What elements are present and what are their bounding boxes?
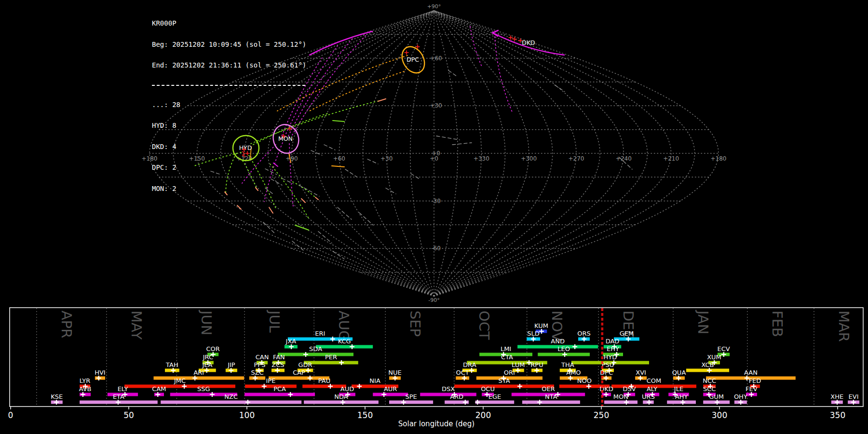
shower-label-SLD: SLD bbox=[527, 330, 540, 337]
shower-label-DAD: DAD bbox=[606, 338, 620, 345]
shower-label-GEM: GEM bbox=[620, 330, 634, 337]
shower-label-JIP: JIP bbox=[227, 361, 235, 368]
shower-label-LUM: LUM bbox=[512, 361, 525, 368]
shower-label-NCC: NCC bbox=[703, 377, 716, 384]
meteor-trail bbox=[470, 27, 482, 68]
count-hyd: HYD: 8 bbox=[152, 122, 306, 129]
shower-label-JXA: JXA bbox=[285, 338, 297, 345]
map-dec-label: -60 bbox=[431, 245, 441, 252]
x-axis-title: Solar longitude (deg) bbox=[398, 420, 475, 428]
shower-label-SSG: SSG bbox=[197, 385, 210, 393]
meteor-trail bbox=[263, 222, 275, 233]
month-label-JUL: JUL bbox=[266, 310, 283, 333]
shower-label-CAM: CAM bbox=[152, 385, 166, 393]
shower-bar-JMC bbox=[124, 385, 235, 388]
shower-label-OCT: OCT bbox=[456, 369, 469, 376]
shower-label-ETA: ETA bbox=[113, 393, 124, 400]
month-label-AUG: AUG bbox=[336, 311, 352, 341]
radiant-label-DKD: DKD bbox=[522, 39, 535, 46]
shower-bar-KCG bbox=[316, 345, 373, 349]
meteor-trail bbox=[295, 225, 309, 230]
map-ra-label: +180 bbox=[711, 155, 727, 162]
map-ra-label: +60 bbox=[333, 155, 345, 162]
month-label-JAN: JAN bbox=[695, 310, 711, 335]
shower-label-JEA: JEA bbox=[202, 361, 212, 368]
shower-bar-SPE bbox=[389, 401, 433, 404]
shower-label-JLE: JLE bbox=[674, 385, 683, 393]
month-label-FEB: FEB bbox=[769, 311, 786, 337]
shower-label-PPS: PPS bbox=[254, 361, 265, 368]
shower-label-XVI: XVI bbox=[636, 369, 646, 376]
shower-bar-PAU bbox=[302, 385, 346, 388]
shower-bar-STA bbox=[454, 385, 554, 388]
map-ra-label: +330 bbox=[474, 155, 489, 162]
meteor-trail bbox=[367, 159, 378, 164]
meteor-trail bbox=[386, 188, 396, 194]
shower-label-NZC: NZC bbox=[224, 393, 238, 400]
map-dec-label: +30 bbox=[430, 102, 442, 109]
shower-label-LYR: LYR bbox=[80, 377, 91, 384]
shower-label-XUM: XUM bbox=[707, 353, 721, 361]
shower-label-CAN: CAN bbox=[256, 353, 269, 361]
shower-label-AUR: AUR bbox=[384, 385, 397, 393]
shower-label-ELY: ELY bbox=[118, 385, 128, 393]
shower-bar-EGE bbox=[475, 401, 514, 404]
obs-begin-line: Beg: 20251202 10:09:45 (sol = 250.12°) bbox=[152, 41, 306, 48]
x-axis-tick-label: 300 bbox=[712, 410, 727, 420]
map-ra-label: +210 bbox=[663, 155, 679, 162]
shower-label-KUM: KUM bbox=[534, 322, 548, 329]
x-axis-tick-label: 350 bbox=[830, 410, 845, 420]
radiant-label-DPC: DPC bbox=[407, 56, 419, 63]
shower-bar-DSX bbox=[420, 393, 476, 396]
month-label-OCT: OCT bbox=[476, 311, 492, 340]
shower-label-PER: PER bbox=[325, 353, 337, 361]
meteor-trail bbox=[324, 145, 335, 150]
shower-bar-AUR bbox=[373, 393, 408, 396]
shower-label-EVI: EVI bbox=[849, 393, 859, 400]
map-dec-label: -30 bbox=[431, 198, 441, 204]
shower-label-QUA: QUA bbox=[672, 369, 686, 376]
shower-label-HVI: HVI bbox=[95, 369, 106, 376]
meteor-trail bbox=[301, 199, 305, 203]
shower-label-PAU: PAU bbox=[318, 377, 330, 384]
meteor-trail bbox=[332, 166, 344, 167]
x-axis-tick-label: 0 bbox=[8, 410, 14, 420]
x-axis-tick-label: 50 bbox=[123, 410, 134, 420]
shower-label-NIA: NIA bbox=[369, 377, 380, 384]
shower-label-PCA: PCA bbox=[273, 385, 286, 393]
shower-label-XHE: XHE bbox=[830, 393, 843, 400]
shower-label-ECV: ECV bbox=[717, 345, 730, 353]
month-label-MAY: MAY bbox=[128, 311, 145, 340]
shower-label-OCU: OCU bbox=[481, 385, 495, 393]
shower-label-IPE: IPE bbox=[266, 377, 276, 384]
meteor-trail bbox=[338, 207, 352, 219]
trail-arrowhead bbox=[492, 30, 498, 36]
shower-label-CAP: CAP bbox=[293, 369, 305, 376]
shower-bar-NZC bbox=[161, 401, 301, 404]
shower-label-ARD: ARD bbox=[450, 393, 463, 400]
count-dpc: DPC: 2 bbox=[152, 164, 306, 171]
shower-label-ORS: ORS bbox=[577, 330, 591, 337]
shower-label-AAN: AAN bbox=[744, 369, 758, 376]
meteor-trail bbox=[318, 231, 332, 243]
count-sporadic: ...: 28 bbox=[152, 101, 306, 108]
radiant-report-page: { "station": { "code": "KR000P", "beg": … bbox=[0, 0, 868, 434]
shower-label-LEO: LEO bbox=[557, 345, 570, 353]
meteor-trail bbox=[315, 197, 318, 200]
map-ra-label: +270 bbox=[569, 155, 584, 162]
shower-label-NOO: NOO bbox=[577, 377, 592, 384]
shower-label-OHY: OHY bbox=[734, 393, 747, 400]
shower-label-OER: OER bbox=[542, 385, 555, 393]
shower-bar-NTA bbox=[522, 401, 580, 404]
shower-label-ERI: ERI bbox=[315, 330, 325, 337]
shower-label-GUM: GUM bbox=[709, 393, 724, 400]
shower-label-LMI: LMI bbox=[501, 345, 511, 353]
x-axis-tick-label: 100 bbox=[239, 410, 255, 420]
month-label-JUN: JUN bbox=[198, 310, 215, 335]
meteor-trail bbox=[333, 251, 344, 259]
shower-label-ALY: ALY bbox=[647, 385, 657, 393]
shower-bar-MON bbox=[604, 401, 637, 404]
meteor-trail bbox=[411, 174, 420, 179]
obs-end-line: End: 20251202 21:36:11 (sol = 250.61°) bbox=[152, 62, 306, 69]
shower-label-DRA: DRA bbox=[463, 361, 476, 368]
